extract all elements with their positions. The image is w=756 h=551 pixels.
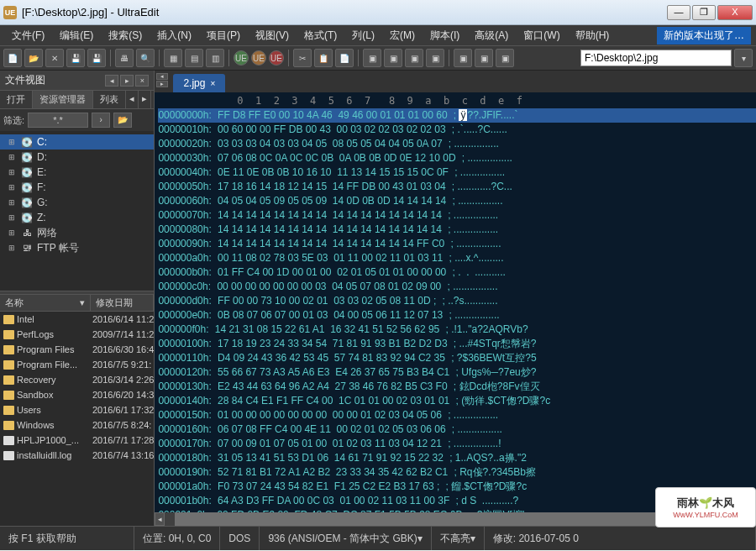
tab-list[interactable]: 列表 <box>93 91 126 108</box>
pane-prev-button[interactable]: ◂ <box>105 75 118 87</box>
drive-item[interactable]: ⊞💽Z: <box>0 210 154 225</box>
menu-project[interactable]: 项目(P) <box>200 27 247 45</box>
filter-browse-button[interactable]: 📂 <box>113 113 132 128</box>
file-row[interactable]: PerfLogs2009/7/14 11:2 <box>0 327 154 342</box>
hex-row[interactable]: 00000190h: 52 71 81 B1 72 A1 A2 B2 23 33… <box>158 465 756 480</box>
file-row[interactable]: Windows2016/7/5 8:24: <box>0 417 154 433</box>
close-button[interactable]: X <box>717 5 753 20</box>
file-row[interactable]: installuidll.log2016/7/4 13:16 <box>0 448 154 463</box>
hex-row[interactable]: 00000030h: 07 06 08 0C 0A 0C 0C 0B 0A 0B… <box>158 151 756 165</box>
hex-row[interactable]: 00000120h: 55 66 67 73 A3 A5 A6 E3 E4 26… <box>158 365 756 380</box>
file-row[interactable]: Program File...2016/7/5 9:21: <box>0 357 154 372</box>
hex-row[interactable]: 000000a0h: 00 11 08 02 78 03 5E 03 01 11… <box>158 251 756 265</box>
path-dropdown-icon[interactable]: ▾ <box>734 49 753 67</box>
tool9-icon[interactable]: ▣ <box>475 49 493 67</box>
menu-column[interactable]: 列(L) <box>345 27 381 45</box>
hex-row[interactable]: 00000140h: 28 84 C4 E1 F1 FF C4 00 1C 01… <box>158 394 756 408</box>
open-icon[interactable]: 📂 <box>24 49 43 67</box>
hex-row[interactable]: 00000090h: 14 14 14 14 14 14 14 14 14 14… <box>158 237 756 251</box>
save-icon[interactable]: 💾 <box>66 49 85 67</box>
hex-row[interactable]: 00000010h: 00 60 00 00 FF DB 00 43 00 03… <box>158 123 756 137</box>
file-row[interactable]: Sandbox2016/6/20 14:3 <box>0 387 154 402</box>
tool10-icon[interactable]: ▣ <box>496 49 514 67</box>
close-file-icon[interactable]: ✕ <box>45 49 64 67</box>
file-row[interactable]: Users2016/6/1 17:32 <box>0 402 154 417</box>
drive-item[interactable]: ⊞💽F: <box>0 180 154 195</box>
hex-row[interactable]: 000000b0h: 01 FF C4 00 1D 00 01 00 02 01… <box>158 265 756 280</box>
hex-row[interactable]: 00000060h: 04 05 04 05 09 05 05 09 14 0D… <box>158 194 756 208</box>
pane-close-button[interactable]: × <box>135 75 149 87</box>
hex-row[interactable]: 00000110h: D4 09 24 43 36 42 53 45 57 74… <box>158 351 756 365</box>
paste-icon[interactable]: 📄 <box>335 49 354 67</box>
copy-icon[interactable]: 📋 <box>314 49 333 67</box>
hex-row[interactable]: 000000c0h: 00 00 00 00 00 00 00 03 04 05… <box>158 280 756 294</box>
status-encoding2[interactable]: 936 (ANSI/OEM - 简体中文 GBK) ▾ <box>260 527 431 550</box>
menu-search[interactable]: 搜索(S) <box>102 27 149 45</box>
file-row[interactable]: HPLJP1000_...2016/7/1 17:28 <box>0 433 154 448</box>
tab-explorer[interactable]: 资源管理器 <box>33 91 93 108</box>
drive-item[interactable]: ⊞🖧网络 <box>0 225 154 240</box>
tool3-icon[interactable]: ▥ <box>206 49 224 67</box>
menu-edit[interactable]: 编辑(E) <box>53 27 100 45</box>
hex-row[interactable]: 00000040h: 0E 11 0E 0B 0B 10 16 10 11 13… <box>158 165 756 180</box>
hex-row[interactable]: 00000080h: 14 14 14 14 14 14 14 14 14 14… <box>158 223 756 237</box>
status-encoding1[interactable]: DOS <box>220 527 260 550</box>
menu-format[interactable]: 格式(T) <box>297 27 344 45</box>
menu-window[interactable]: 窗口(W) <box>517 27 566 45</box>
scroll-left-icon[interactable]: ◂ <box>155 512 165 526</box>
hex-row[interactable]: 00000160h: 06 07 08 FF C4 00 4E 11 00 02… <box>158 422 756 437</box>
hex-row[interactable]: 00000050h: 17 18 16 14 18 12 14 15 14 FF… <box>158 180 756 194</box>
filter-input[interactable] <box>28 113 88 128</box>
hex-view[interactable]: 0 1 2 3 4 5 6 7 8 9 a b c d e f 00000000… <box>155 92 756 512</box>
tab-open[interactable]: 打开 <box>0 91 33 108</box>
hex-row[interactable]: 000000f0h: 14 21 31 08 15 22 61 A1 16 32… <box>158 323 756 337</box>
compare-green-icon[interactable]: UE <box>234 50 249 66</box>
hex-row[interactable]: 00000150h: 01 00 00 00 00 00 00 00 00 00… <box>158 408 756 422</box>
hex-row[interactable]: 00000000h: FF D8 FF E0 00 10 4A 46 49 46… <box>158 108 756 123</box>
save-as-icon[interactable]: 💾 <box>87 49 106 67</box>
menu-macro[interactable]: 宏(M) <box>383 27 422 45</box>
file-row[interactable]: Intel2016/6/14 11:2 <box>0 312 154 327</box>
compare-orange-icon[interactable]: UE <box>251 50 266 66</box>
minimize-button[interactable]: — <box>667 5 690 20</box>
compare-red-icon[interactable]: UE <box>269 50 284 66</box>
hex-row[interactable]: 000000e0h: 0B 08 07 06 07 00 01 03 04 00… <box>158 308 756 323</box>
tool5-icon[interactable]: ▣ <box>384 49 402 67</box>
hex-row[interactable]: 000000d0h: FF 00 00 73 10 00 02 01 03 03… <box>158 294 756 308</box>
preview-icon[interactable]: 🔍 <box>136 49 155 67</box>
print-icon[interactable]: 🖶 <box>115 49 134 67</box>
hex-row[interactable]: 00000070h: 14 14 14 14 14 14 14 14 14 14… <box>158 208 756 223</box>
file-row[interactable]: Recovery2016/3/14 2:26 <box>0 372 154 387</box>
filter-go-button[interactable]: › <box>92 113 110 128</box>
menu-view[interactable]: 视图(V) <box>249 27 296 45</box>
file-tab-active[interactable]: 2.jpg × <box>173 74 225 92</box>
tool4-icon[interactable]: ▣ <box>363 49 381 67</box>
menu-insert[interactable]: 插入(N) <box>150 27 198 45</box>
tab-nav-right[interactable]: ▸ <box>156 81 168 87</box>
drive-item[interactable]: ⊞💽D: <box>0 150 154 165</box>
file-row[interactable]: Program Files2016/6/30 16:4 <box>0 342 154 357</box>
menu-help[interactable]: 帮助(H) <box>569 27 617 45</box>
new-version-notice[interactable]: 新的版本出现了… <box>657 27 751 45</box>
menu-file[interactable]: 文件(F) <box>5 27 51 45</box>
file-path-input[interactable] <box>580 50 732 66</box>
drive-item[interactable]: ⊞🖳FTP 帐号 <box>0 240 154 255</box>
tab-scroll-left[interactable]: ◂ <box>126 91 139 108</box>
hex-row[interactable]: 00000100h: 17 18 19 23 24 33 34 54 71 81… <box>158 337 756 351</box>
tool2-icon[interactable]: ▤ <box>185 49 203 67</box>
tool6-icon[interactable]: ▣ <box>405 49 423 67</box>
menu-advanced[interactable]: 高级(A) <box>468 27 515 45</box>
hex-row[interactable]: 00000180h: 31 05 13 41 51 53 D1 06 14 61… <box>158 451 756 465</box>
hex-row[interactable]: 00000170h: 07 00 09 01 07 05 01 00 01 02… <box>158 437 756 451</box>
drive-item[interactable]: ⊞💽C: <box>0 134 154 150</box>
pane-next-button[interactable]: ▸ <box>120 75 134 87</box>
status-highlight[interactable]: 不高亮 ▾ <box>432 527 485 550</box>
drive-item[interactable]: ⊞💽E: <box>0 165 154 180</box>
menu-script[interactable]: 脚本(I) <box>423 27 466 45</box>
tab-nav-left[interactable]: ◂ <box>156 73 168 80</box>
cut-icon[interactable]: ✂ <box>293 49 312 67</box>
hex-row[interactable]: 00000020h: 03 03 03 04 03 03 04 05 08 05… <box>158 137 756 151</box>
col-date[interactable]: 修改日期 <box>91 295 154 311</box>
file-tab-close-icon[interactable]: × <box>210 79 215 88</box>
tool8-icon[interactable]: ▣ <box>454 49 472 67</box>
